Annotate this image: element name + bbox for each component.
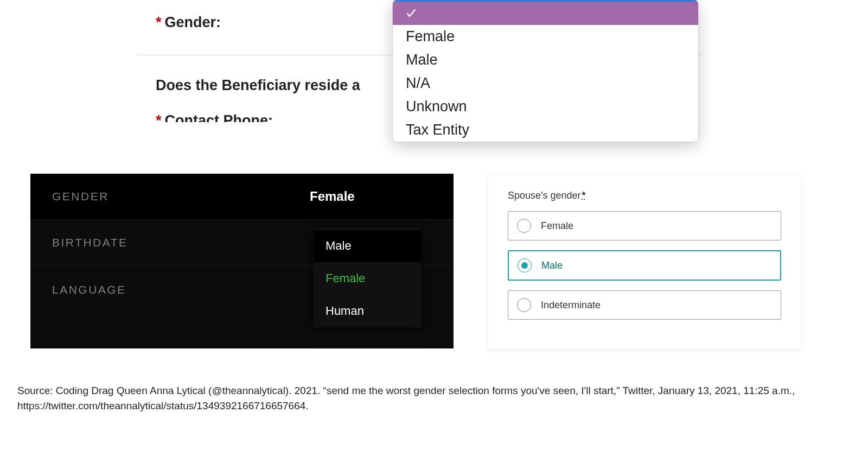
radio-icon [517, 298, 531, 312]
radio-icon [517, 219, 531, 233]
gender-option-unknown[interactable]: Unknown [393, 95, 698, 118]
required-asterisk: * [156, 14, 162, 31]
gender-option-female[interactable]: Female [393, 25, 698, 48]
screenshot-spouse-gender-card: Spouse's gender* Female Male Indetermina… [488, 175, 801, 348]
settings-row-gender[interactable]: GENDER Female [30, 174, 454, 220]
gender-option-male[interactable]: Male [393, 48, 698, 72]
gender-submenu[interactable]: Male Female Human [314, 229, 421, 327]
spouse-option-male[interactable]: Male [508, 250, 781, 281]
spouse-gender-label-text: Spouse's gender [508, 190, 581, 201]
spouse-option-male-label: Male [541, 260, 563, 271]
gender-label: Gender: [165, 14, 221, 31]
settings-label-language: LANGUAGE [52, 283, 226, 296]
gender-dropdown-menu[interactable]: Female Male N/A Unknown Tax Entity [393, 0, 698, 142]
gender-submenu-male[interactable]: Male [314, 230, 421, 262]
spouse-option-female-label: Female [541, 220, 573, 232]
contact-phone-label: Contact Phone: [165, 112, 273, 129]
settings-label-birthdate: BIRTHDATE [52, 236, 226, 249]
spouse-gender-label: Spouse's gender* [508, 190, 781, 201]
figure-canvas: * Gender: Does the Beneficiary reside a … [0, 0, 868, 463]
figure-source-caption: Source: Coding Drag Queen Anna Lytical (… [17, 383, 846, 413]
spouse-option-female[interactable]: Female [508, 211, 781, 240]
gender-option-tax-entity[interactable]: Tax Entity [393, 118, 698, 142]
radio-dot-icon [521, 262, 528, 269]
gender-option-na[interactable]: N/A [393, 72, 698, 95]
settings-value-gender: Female [226, 189, 355, 204]
required-asterisk: * [156, 112, 162, 129]
spouse-option-indeterminate[interactable]: Indeterminate [508, 290, 781, 320]
gender-submenu-human[interactable]: Human [314, 295, 421, 327]
radio-icon [518, 258, 532, 272]
spouse-option-indeterminate-label: Indeterminate [541, 300, 601, 311]
settings-label-gender: GENDER [52, 190, 226, 203]
gender-option-blank-selected[interactable] [393, 0, 698, 25]
screenshot-dark-settings: GENDER Female BIRTHDATE LANGUAGE Male Fe… [30, 174, 454, 348]
gender-submenu-female[interactable]: Female [314, 262, 421, 295]
required-asterisk: * [581, 190, 586, 201]
check-icon [406, 5, 418, 22]
